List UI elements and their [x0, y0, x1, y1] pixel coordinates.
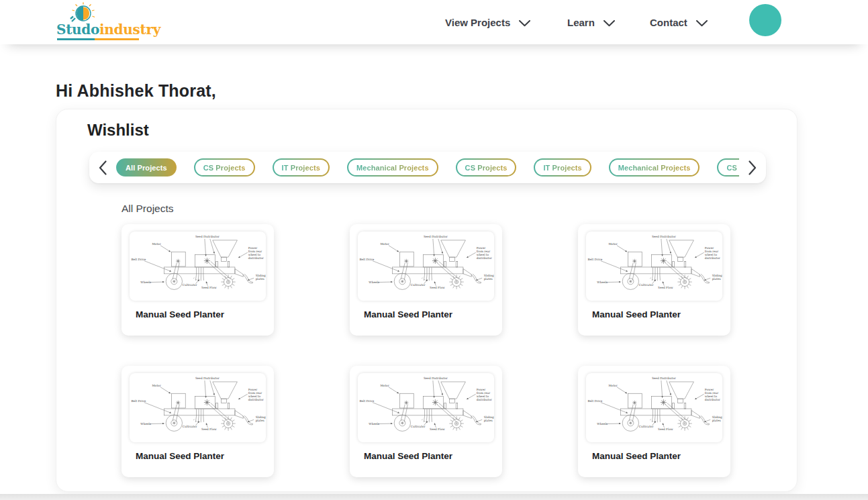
filter-chip[interactable]: CS Projects	[456, 158, 517, 177]
brand-underline	[57, 38, 139, 40]
filter-chips-bar: All ProjectsCS ProjectsIT ProjectsMechan…	[89, 152, 766, 183]
nav-view-projects-label: View Projects	[445, 17, 510, 28]
nav-contact[interactable]: Contact	[650, 0, 708, 44]
project-thumbnail: Seed Distributor Motor Belt Drive Wheels…	[586, 232, 722, 301]
diagram-label-cultivator: Cultivator	[639, 283, 655, 287]
chips-viewport: All ProjectsCS ProjectsIT ProjectsMechan…	[116, 158, 739, 177]
projects-grid: Seed Distributor Motor Belt Drive Wheels…	[122, 224, 730, 477]
diagram-label-seed-distributor: Seed Distributor	[424, 377, 448, 380]
diagram-label-wheels: Wheels	[140, 281, 151, 284]
diagram-label-power: Powerfrom rearwheel todistributor	[705, 246, 721, 260]
wishlist-section: Wishlist All ProjectsCS ProjectsIT Proje…	[56, 109, 798, 492]
diagram-label-belt-drive: Belt Drive	[359, 258, 374, 261]
page-bottom-strip	[0, 494, 868, 500]
top-navigation-bar: Studoindustry View Projects Learn Contac…	[0, 0, 868, 44]
seed-planter-diagram: Seed Distributor Motor Belt Drive Wheels…	[358, 232, 494, 301]
diagram-label-motor: Motor	[608, 384, 618, 387]
diagram-label-cultivator: Cultivator	[411, 425, 426, 428]
project-card[interactable]: Seed Distributor Motor Belt Drive Wheels…	[122, 366, 274, 477]
diagram-label-seed-distributor: Seed Distributor	[424, 235, 448, 238]
diagram-label-motor: Motor	[608, 242, 618, 246]
project-card[interactable]: Seed Distributor Motor Belt Drive Wheels…	[350, 224, 502, 336]
filter-chip[interactable]: CS Projects	[194, 158, 255, 177]
diagram-label-belt-drive: Belt Drive	[131, 258, 146, 261]
nav-contact-label: Contact	[650, 17, 687, 28]
project-card[interactable]: Seed Distributor Motor Belt Drive Wheels…	[578, 224, 730, 336]
wishlist-title: Wishlist	[87, 121, 149, 140]
diagram-label-seed-flow: Seed Flow	[658, 428, 673, 431]
diagram-label-seed-flow: Seed Flow	[201, 286, 217, 289]
seed-planter-diagram: Seed Distributor Motor Belt Drive Wheels…	[586, 232, 722, 301]
filter-chips-row: All ProjectsCS ProjectsIT ProjectsMechan…	[116, 158, 739, 177]
user-avatar[interactable]	[749, 4, 781, 36]
diagram-label-seed-flow: Seed Flow	[430, 286, 445, 289]
diagram-label-cultivator: Cultivator	[183, 425, 198, 428]
diagram-label-cultivator: Cultivator	[411, 283, 426, 287]
filter-chip[interactable]: All Projects	[116, 158, 177, 177]
chips-scroll-left-button[interactable]	[97, 159, 108, 177]
seed-planter-diagram: Seed Distributor Motor Belt Drive Wheels…	[586, 373, 722, 442]
diagram-label-seed-flow: Seed Flow	[201, 428, 217, 431]
diagram-label-seed-distributor: Seed Distributor	[652, 235, 677, 238]
brand-name: Studoindustry	[56, 22, 160, 37]
diagram-label-seed-distributor: Seed Distributor	[195, 235, 220, 238]
filter-chip[interactable]: CS Projects	[717, 158, 739, 177]
project-thumbnail: Seed Distributor Motor Belt Drive Wheels…	[130, 373, 266, 442]
diagram-label-cultivator: Cultivator	[183, 283, 198, 287]
project-thumbnail: Seed Distributor Motor Belt Drive Wheels…	[358, 373, 494, 442]
chevron-right-icon	[749, 160, 757, 175]
diagram-label-power: Powerfrom rearwheel todistributor	[248, 246, 264, 260]
diagram-label-belt-drive: Belt Drive	[587, 258, 602, 261]
project-title: Manual Seed Planter	[136, 309, 266, 319]
filter-chip[interactable]: Mechanical Projects	[347, 158, 438, 177]
diagram-label-belt-drive: Belt Drive	[131, 399, 146, 403]
diagram-label-sliding-plates: Slidingplates	[256, 274, 266, 281]
project-card[interactable]: Seed Distributor Motor Belt Drive Wheels…	[122, 224, 274, 336]
chevron-left-icon	[99, 160, 107, 175]
nav-learn[interactable]: Learn	[567, 0, 615, 44]
diagram-label-cultivator: Cultivator	[639, 425, 655, 428]
chevron-down-icon	[696, 20, 708, 27]
nav-learn-label: Learn	[567, 17, 595, 28]
diagram-label-motor: Motor	[152, 242, 161, 246]
project-card[interactable]: Seed Distributor Motor Belt Drive Wheels…	[350, 366, 502, 477]
active-filter-label: All Projects	[122, 203, 174, 215]
diagram-label-sliding-plates: Slidingplates	[484, 274, 494, 281]
chevron-down-icon	[604, 20, 615, 27]
diagram-label-seed-distributor: Seed Distributor	[195, 377, 220, 380]
diagram-label-wheels: Wheels	[597, 281, 608, 284]
nav-view-projects[interactable]: View Projects	[445, 0, 530, 44]
diagram-label-motor: Motor	[152, 384, 161, 387]
project-thumbnail: Seed Distributor Motor Belt Drive Wheels…	[130, 232, 266, 301]
filter-chip[interactable]: IT Projects	[534, 158, 591, 177]
seed-planter-diagram: Seed Distributor Motor Belt Drive Wheels…	[358, 373, 494, 442]
diagram-label-motor: Motor	[380, 242, 389, 246]
diagram-label-sliding-plates: Slidingplates	[712, 415, 722, 422]
diagram-label-wheels: Wheels	[597, 422, 608, 426]
diagram-label-seed-flow: Seed Flow	[430, 428, 445, 431]
diagram-label-seed-flow: Seed Flow	[658, 286, 673, 289]
diagram-label-sliding-plates: Slidingplates	[484, 415, 494, 422]
filter-chip[interactable]: Mechanical Projects	[609, 158, 700, 177]
project-title: Manual Seed Planter	[364, 451, 494, 461]
diagram-label-wheels: Wheels	[369, 422, 379, 426]
project-thumbnail: Seed Distributor Motor Belt Drive Wheels…	[358, 232, 494, 301]
brand-logo[interactable]: Studoindustry	[56, 2, 144, 42]
project-thumbnail: Seed Distributor Motor Belt Drive Wheels…	[586, 373, 722, 442]
project-card[interactable]: Seed Distributor Motor Belt Drive Wheels…	[578, 366, 730, 477]
diagram-label-sliding-plates: Slidingplates	[712, 274, 722, 281]
chips-scroll-right-button[interactable]	[747, 159, 758, 177]
diagram-label-sliding-plates: Slidingplates	[256, 415, 266, 422]
project-title: Manual Seed Planter	[136, 451, 266, 461]
project-title: Manual Seed Planter	[364, 309, 494, 319]
project-title: Manual Seed Planter	[592, 309, 722, 319]
diagram-label-motor: Motor	[380, 384, 389, 387]
diagram-label-wheels: Wheels	[369, 281, 379, 284]
seed-planter-diagram: Seed Distributor Motor Belt Drive Wheels…	[130, 373, 266, 442]
project-title: Manual Seed Planter	[592, 451, 722, 461]
diagram-label-seed-distributor: Seed Distributor	[652, 377, 677, 380]
diagram-label-wheels: Wheels	[140, 422, 151, 426]
filter-chip[interactable]: IT Projects	[273, 158, 330, 177]
chevron-down-icon	[519, 20, 530, 27]
seed-planter-diagram: Seed Distributor Motor Belt Drive Wheels…	[130, 232, 266, 301]
